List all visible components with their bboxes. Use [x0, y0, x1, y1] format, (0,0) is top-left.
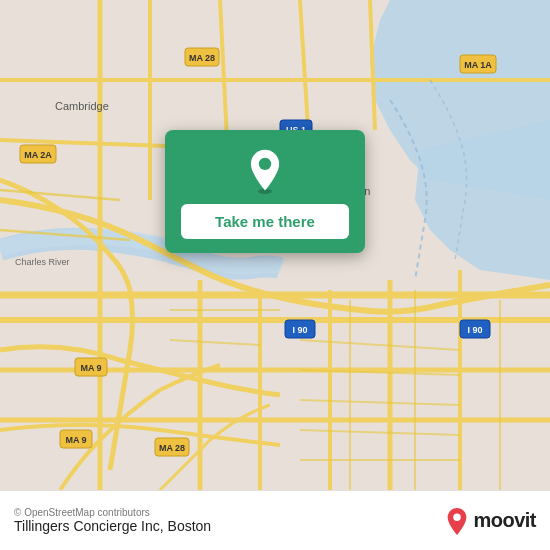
moovit-brand-text: moovit: [473, 509, 536, 532]
bottom-bar: © OpenStreetMap contributors Tillingers …: [0, 490, 550, 550]
svg-text:MA 28: MA 28: [189, 53, 215, 63]
map-container: MA 28 US 1 MA 1A MA 2A I 90 I 90 MA 9 MA…: [0, 0, 550, 490]
svg-text:MA 9: MA 9: [65, 435, 86, 445]
place-name-text: Tillingers Concierge Inc, Boston: [14, 518, 211, 534]
location-pin-icon: [242, 148, 288, 194]
svg-text:Cambridge: Cambridge: [55, 100, 109, 112]
svg-text:I 90: I 90: [467, 325, 482, 335]
svg-text:MA 9: MA 9: [80, 363, 101, 373]
svg-point-54: [454, 513, 461, 520]
moovit-pin-icon: [445, 507, 469, 535]
bottom-info: © OpenStreetMap contributors Tillingers …: [14, 507, 211, 534]
popup-card: Take me there: [165, 130, 365, 253]
svg-text:I 90: I 90: [292, 325, 307, 335]
svg-text:MA 1A: MA 1A: [464, 60, 492, 70]
take-me-there-button[interactable]: Take me there: [181, 204, 349, 239]
svg-text:Charles River: Charles River: [15, 257, 70, 267]
svg-text:MA 2A: MA 2A: [24, 150, 52, 160]
svg-text:MA 28: MA 28: [159, 443, 185, 453]
svg-point-53: [259, 158, 271, 170]
attribution-text: © OpenStreetMap contributors: [14, 507, 211, 518]
moovit-logo: moovit: [445, 507, 536, 535]
